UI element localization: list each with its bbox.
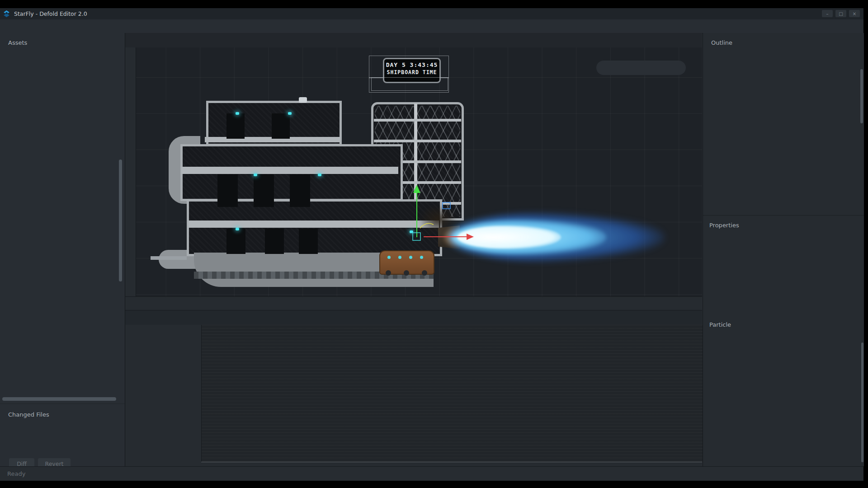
hud-day-time: DAY 5 3:43:45 (384, 61, 439, 68)
editor-center: DAY 5 3:43:45 SHIPBOARD TIME (125, 33, 702, 466)
editor-tab-bar (125, 33, 702, 47)
scene-view[interactable]: DAY 5 3:43:45 SHIPBOARD TIME (125, 47, 702, 310)
status-text: Ready (7, 470, 25, 477)
title-bar: StarFly - Defold Editor 2.0 – □ × (0, 8, 863, 19)
properties-scrollbar[interactable] (861, 343, 863, 462)
curve-legend (125, 325, 201, 467)
particle-title: Particle (709, 321, 731, 328)
curve-canvas (202, 325, 703, 462)
defold-editor-window: StarFly - Defold Editor 2.0 – □ × Assets… (0, 8, 863, 480)
time-speed-strip (371, 77, 448, 91)
scene-toolbar (596, 61, 686, 75)
outline-scrollbar[interactable] (860, 69, 863, 123)
assets-panel-title: Assets (8, 39, 27, 46)
changed-files-panel: Changed Files Diff Revert (0, 404, 125, 475)
maximize-button[interactable]: □ (835, 10, 846, 17)
defold-logo-icon (3, 10, 10, 18)
outline-title: Outline (711, 39, 732, 46)
changed-files-title: Changed Files (8, 411, 49, 418)
status-bar: Ready (0, 466, 863, 481)
velocity-curve (420, 223, 434, 228)
menu-bar (0, 19, 863, 33)
asset-tree (0, 52, 125, 395)
screen: StarFly - Defold Editor 2.0 – □ × Assets… (0, 0, 868, 488)
bottom-tab-bar (125, 310, 702, 325)
curve-plot[interactable] (201, 325, 703, 462)
gizmo-y-arrowhead[interactable] (413, 185, 420, 193)
assets-horizontal-scrollbar[interactable] (2, 397, 116, 401)
horizontal-ruler (125, 296, 702, 310)
close-button[interactable]: × (849, 10, 860, 17)
minimize-button[interactable]: – (822, 10, 833, 17)
assets-panel: Assets Changed Files Diff Revert (0, 33, 125, 474)
bottom-pane (125, 310, 702, 467)
vertical-ruler (125, 47, 136, 296)
window-title: StarFly - Defold Editor 2.0 (14, 10, 87, 17)
right-panel: Outline Properties Particle (703, 33, 864, 466)
window-controls: – □ × (822, 10, 860, 17)
gizmo-x-arrowhead[interactable] (467, 234, 474, 240)
selection-box[interactable] (443, 202, 450, 209)
properties-title: Properties (709, 222, 739, 229)
assets-vertical-scrollbar[interactable] (119, 160, 122, 282)
hud-caption: SHIPBOARD TIME (384, 69, 439, 75)
